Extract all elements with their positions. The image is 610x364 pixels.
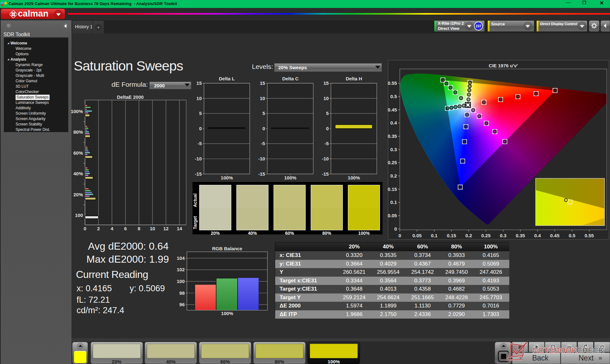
svg-text:0.15: 0.15 bbox=[447, 233, 456, 238]
svg-text:0.3: 0.3 bbox=[390, 147, 397, 152]
svg-text:0.1: 0.1 bbox=[431, 233, 437, 238]
svg-text:0.15: 0.15 bbox=[388, 186, 397, 192]
svg-text:0.45: 0.45 bbox=[550, 233, 559, 238]
svg-text:0: 0 bbox=[394, 226, 397, 232]
svg-text:0.25: 0.25 bbox=[481, 233, 491, 238]
svg-text:0.1: 0.1 bbox=[390, 199, 397, 205]
svg-text:CHECK: CHECK bbox=[577, 346, 605, 355]
svg-text:0.3: 0.3 bbox=[500, 233, 506, 238]
svg-text:CIE 1976 u'v': CIE 1976 u'v' bbox=[489, 63, 518, 68]
svg-text:0.5: 0.5 bbox=[390, 94, 397, 99]
svg-text:0.2: 0.2 bbox=[465, 233, 472, 238]
svg-text:0.55: 0.55 bbox=[585, 233, 594, 238]
svg-text:0.35: 0.35 bbox=[516, 233, 525, 238]
svg-text:0.45: 0.45 bbox=[388, 107, 397, 112]
svg-text:0.05: 0.05 bbox=[388, 213, 397, 218]
svg-text:NOTEBOOK: NOTEBOOK bbox=[532, 346, 578, 355]
svg-text:0.35: 0.35 bbox=[388, 133, 397, 139]
svg-text:0.55: 0.55 bbox=[388, 80, 397, 86]
svg-text:0.4: 0.4 bbox=[534, 233, 541, 238]
svg-text:0: 0 bbox=[398, 233, 401, 238]
svg-text:0.25: 0.25 bbox=[388, 160, 397, 165]
svg-text:0.05: 0.05 bbox=[412, 233, 422, 238]
svg-text:0.2: 0.2 bbox=[390, 173, 397, 179]
svg-text:0.5: 0.5 bbox=[569, 233, 575, 238]
svg-text:0.4: 0.4 bbox=[390, 120, 397, 125]
